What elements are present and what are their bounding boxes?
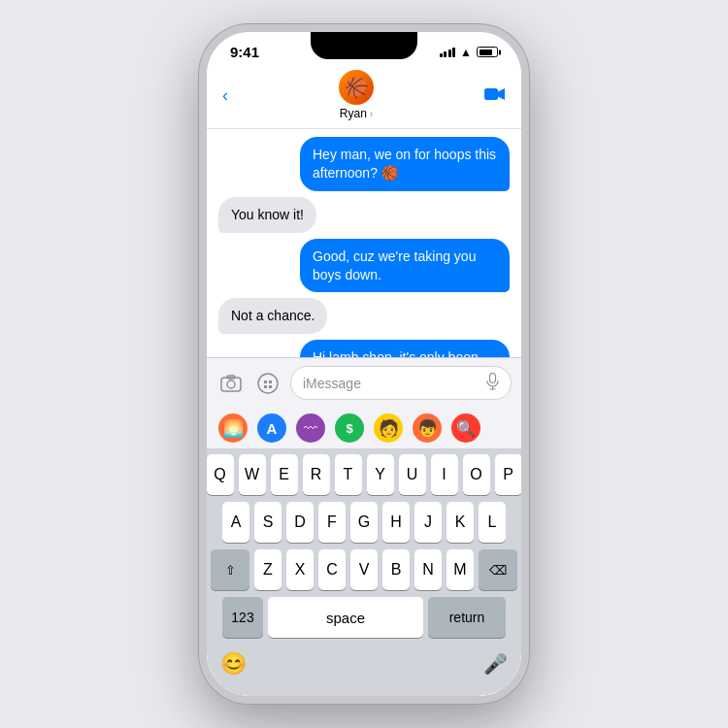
key-c[interactable]: C <box>318 549 346 590</box>
chevron-icon: › <box>370 109 373 119</box>
keyboard: Q W E R T Y U I O P A S D F G H J K <box>207 449 521 696</box>
chat-area: Hey man, we on for hoops this afternoon?… <box>207 129 521 357</box>
key-k[interactable]: K <box>447 502 474 543</box>
received-bubble-1: You know it! <box>218 197 316 233</box>
input-placeholder: iMessage <box>303 376 361 391</box>
sent-bubble-3: Hi lamb chop, it's only been an hour and… <box>300 340 510 357</box>
key-z[interactable]: Z <box>254 549 281 590</box>
contact-info[interactable]: 🏀 Ryan › <box>339 70 374 120</box>
apps-row: 🌅 A 〰 $ 🧑 👦 🔍 <box>207 408 521 449</box>
search-icon: 🔍 <box>456 419 476 438</box>
cash-app-button[interactable]: $ <box>335 414 364 443</box>
signal-bars-icon <box>440 47 456 57</box>
wifi-icon: ▲ <box>460 46 472 59</box>
key-d[interactable]: D <box>286 502 314 543</box>
appstore-icon: A <box>267 420 278 437</box>
appstore-app-button[interactable]: A <box>257 414 286 443</box>
sent-bubble-1: Hey man, we on for hoops this afternoon?… <box>300 137 510 191</box>
delete-key[interactable]: ⌫ <box>479 549 517 590</box>
message-input[interactable]: iMessage <box>290 366 512 400</box>
message-row-3: Good, cuz we're taking you boys down. <box>218 239 510 293</box>
cash-icon: $ <box>346 421 352 436</box>
key-t[interactable]: T <box>335 454 362 495</box>
key-y[interactable]: Y <box>367 454 394 495</box>
key-p[interactable]: P <box>495 454 522 495</box>
key-g[interactable]: G <box>350 502 378 543</box>
shift-key[interactable]: ⇧ <box>211 549 249 590</box>
keyboard-row-3: ⇧ Z X C V B N M ⌫ <box>207 545 521 592</box>
emoji-key[interactable]: 😊 <box>215 645 252 682</box>
photos-app-button[interactable]: 🌅 <box>218 414 248 443</box>
video-call-button[interactable] <box>484 84 506 107</box>
key-m[interactable]: M <box>447 549 474 590</box>
keyboard-mic-key[interactable]: 🎤 <box>478 646 513 681</box>
mic-icon <box>486 373 499 393</box>
key-l[interactable]: L <box>479 502 506 543</box>
key-v[interactable]: V <box>350 549 378 590</box>
key-f[interactable]: F <box>318 502 346 543</box>
svg-rect-0 <box>484 88 498 100</box>
key-b[interactable]: B <box>382 549 410 590</box>
sent-bubble-2: Good, cuz we're taking you boys down. <box>300 239 510 293</box>
key-q[interactable]: Q <box>207 454 234 495</box>
key-x[interactable]: X <box>286 549 314 590</box>
message-row-1: Hey man, we on for hoops this afternoon?… <box>218 137 510 191</box>
keyboard-row-4: 123 space return <box>207 592 521 642</box>
memoji1-icon: 🧑 <box>379 418 399 439</box>
key-r[interactable]: R <box>303 454 330 495</box>
received-bubble-2: Not a chance. <box>218 298 327 334</box>
memoji2-icon: 👦 <box>417 418 438 439</box>
status-time: 9:41 <box>230 44 259 60</box>
key-w[interactable]: W <box>239 454 266 495</box>
key-s[interactable]: S <box>254 502 281 543</box>
key-n[interactable]: N <box>414 549 442 590</box>
key-e[interactable]: E <box>271 454 298 495</box>
status-icons: ▲ <box>440 46 498 59</box>
keyboard-row-1: Q W E R T Y U I O P <box>207 449 521 497</box>
search-app-button[interactable]: 🔍 <box>451 414 480 443</box>
return-key[interactable]: return <box>428 597 506 638</box>
numbers-key[interactable]: 123 <box>222 597 263 638</box>
message-row-4: Not a chance. <box>218 298 510 334</box>
contact-avatar: 🏀 <box>339 70 374 105</box>
screen: 9:41 ▲ ‹ 🏀 <box>207 32 521 696</box>
svg-rect-5 <box>490 374 496 383</box>
memoji1-button[interactable]: 🧑 <box>374 414 403 443</box>
svg-rect-1 <box>221 378 241 391</box>
svg-point-4 <box>258 374 278 393</box>
photos-icon: 🌅 <box>223 418 244 439</box>
input-area: iMessage <box>207 357 521 408</box>
contact-name: Ryan <box>340 107 367 120</box>
key-i[interactable]: I <box>431 454 458 495</box>
svg-point-2 <box>227 381 235 388</box>
memoji2-button[interactable]: 👦 <box>413 414 442 443</box>
camera-button[interactable] <box>216 369 246 398</box>
key-h[interactable]: H <box>382 502 410 543</box>
message-row-2: You know it! <box>218 197 510 233</box>
audio-icon: 〰 <box>304 420 317 436</box>
audio-app-button[interactable]: 〰 <box>296 414 325 443</box>
keyboard-row-2: A S D F G H J K L <box>207 497 521 545</box>
key-u[interactable]: U <box>399 454 426 495</box>
apps-button[interactable] <box>253 369 282 398</box>
key-o[interactable]: O <box>463 454 490 495</box>
key-j[interactable]: J <box>414 502 442 543</box>
key-a[interactable]: A <box>222 502 249 543</box>
phone-frame: 9:41 ▲ ‹ 🏀 <box>199 24 529 704</box>
space-key[interactable]: space <box>268 597 423 638</box>
keyboard-bottom: 😊 🎤 <box>207 642 521 696</box>
message-row-5: Hi lamb chop, it's only been an hour and… <box>218 340 510 357</box>
back-button[interactable]: ‹ <box>222 85 228 106</box>
messages-header: ‹ 🏀 Ryan › <box>207 64 521 129</box>
notch <box>311 32 417 59</box>
battery-icon <box>477 47 498 57</box>
